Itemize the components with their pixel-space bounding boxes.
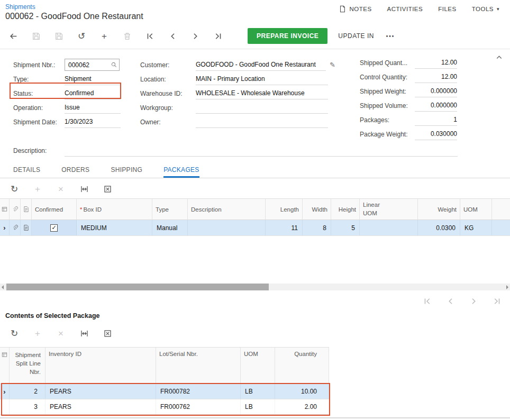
next-page-button[interactable] [469, 296, 478, 306]
save-button[interactable] [54, 31, 63, 41]
previous-page-button[interactable] [445, 296, 455, 306]
type-cell[interactable]: Manual [152, 220, 188, 235]
undo-button[interactable]: ↺ [77, 31, 86, 41]
tab-shipping[interactable]: SHIPPING [111, 162, 142, 178]
delete-row-button[interactable]: × [56, 184, 66, 194]
add-row-button[interactable]: + [33, 328, 42, 338]
scrollbar-thumb[interactable] [6, 284, 269, 290]
location-field[interactable]: MAIN - Primary Location [196, 74, 328, 85]
refresh-button[interactable]: ↻ [10, 328, 19, 338]
row-selector[interactable] [0, 399, 10, 414]
grid-settings-header[interactable] [0, 348, 10, 384]
content-row[interactable]: 3 PEARS FR000762 LB 2.00 [0, 399, 329, 415]
row-selector[interactable]: › [0, 384, 10, 399]
uom-cell[interactable]: LB [241, 399, 275, 414]
grid-settings-header[interactable] [0, 199, 10, 220]
type-field[interactable]: Shipment [65, 74, 121, 85]
breadcrumb-shipments[interactable]: Shipments [5, 3, 35, 11]
fit-width-button[interactable] [79, 184, 89, 194]
scroll-left-arrow[interactable] [2, 285, 4, 289]
uom-column-header[interactable]: UOM [460, 199, 492, 220]
last-page-button[interactable] [492, 296, 502, 306]
scroll-right-arrow[interactable] [506, 285, 508, 289]
export-excel-button[interactable] [103, 184, 112, 194]
tools-menu-item[interactable]: TOOLS ▾ [472, 6, 499, 12]
first-page-button[interactable] [422, 296, 432, 306]
inventory-id-column-header[interactable]: Inventory ID [45, 348, 156, 384]
row-selector[interactable]: › [0, 220, 10, 235]
row-note-cell[interactable] [21, 220, 32, 235]
confirmed-column-header[interactable]: Confirmed [32, 199, 77, 220]
magnifier-icon[interactable] [111, 61, 117, 68]
content-row[interactable]: › 2 PEARS FR000782 LB 10.00 [0, 384, 329, 399]
line-nbr-column-header[interactable]: Shipment Split Line Nbr. [10, 348, 45, 384]
last-record-button[interactable] [213, 31, 223, 41]
operation-field[interactable]: Issue [65, 102, 121, 114]
add-record-button[interactable]: + [99, 31, 109, 41]
description-cell[interactable] [188, 220, 266, 235]
control-quantity-field[interactable]: 12.00 [415, 71, 457, 83]
notes-column-header[interactable] [21, 199, 32, 220]
linear-uom-cell[interactable] [360, 220, 418, 235]
workgroup-field[interactable] [196, 102, 328, 114]
delete-record-button[interactable] [122, 31, 132, 41]
width-column-header[interactable]: Width [303, 199, 331, 220]
delete-row-button[interactable]: × [56, 328, 66, 338]
inventory-id-cell[interactable]: PEARS [45, 384, 156, 399]
fit-width-button[interactable] [79, 328, 89, 338]
edit-pencil-icon[interactable]: ✎ [330, 61, 335, 69]
linear-uom-column-header[interactable]: Linear UOM [360, 199, 418, 220]
height-column-header[interactable]: Height [331, 199, 360, 220]
height-cell[interactable]: 5 [331, 220, 360, 235]
tab-packages[interactable]: PACKAGES [163, 162, 199, 178]
box-id-column-header[interactable]: *Box ID [77, 199, 152, 220]
horizontal-scrollbar[interactable] [0, 284, 510, 290]
description-field[interactable] [65, 145, 458, 157]
export-excel-button[interactable] [103, 328, 112, 338]
length-cell[interactable]: 11 [266, 220, 303, 235]
quantity-column-header[interactable]: Quantity [275, 348, 329, 384]
next-record-button[interactable] [190, 31, 200, 41]
confirmed-checkbox[interactable]: ✓ [50, 224, 58, 232]
lot-serial-column-header[interactable]: Lot/Serial Nbr. [156, 348, 241, 384]
uom-column-header[interactable]: UOM [241, 348, 275, 384]
add-row-button[interactable]: + [33, 184, 42, 194]
lot-serial-cell[interactable]: FR000762 [156, 399, 241, 414]
tab-details[interactable]: DETAILS [13, 162, 40, 178]
status-field[interactable]: Confirmed [65, 88, 121, 99]
prepare-invoice-button[interactable]: PREPARE INVOICE [248, 28, 327, 44]
line-nbr-cell[interactable]: 2 [10, 384, 45, 399]
shipped-weight-field[interactable]: 0.000000 [415, 86, 457, 97]
shipment-nbr-input[interactable]: 000062 [65, 59, 120, 71]
warehouse-field[interactable]: WHOLESALE - Wholesale Warehouse [196, 88, 328, 99]
weight-column-header[interactable]: Weight [418, 199, 460, 220]
inventory-id-cell[interactable]: PEARS [45, 399, 156, 414]
collapse-panel-button[interactable] [495, 53, 505, 63]
line-nbr-cell[interactable]: 3 [10, 399, 45, 414]
length-column-header[interactable]: Length [266, 199, 303, 220]
save-close-button[interactable] [31, 31, 41, 41]
width-cell[interactable]: 8 [303, 220, 331, 235]
quantity-cell[interactable]: 10.00 [275, 384, 329, 399]
description-column-header[interactable]: Description [188, 199, 266, 220]
more-options-button[interactable]: ••• [386, 31, 395, 41]
attachments-column-header[interactable] [10, 199, 21, 220]
package-weight-field[interactable]: 0.030000 [415, 129, 457, 140]
cancel-button[interactable] [8, 31, 18, 41]
uom-cell[interactable]: LB [241, 384, 275, 399]
files-menu-item[interactable]: FILES [438, 6, 456, 12]
quantity-cell[interactable]: 2.00 [275, 399, 329, 414]
first-record-button[interactable] [145, 31, 154, 41]
shipped-volume-field[interactable]: 0.000000 [415, 100, 457, 112]
owner-field[interactable] [196, 116, 328, 128]
update-in-button[interactable]: UPDATE IN [338, 32, 374, 40]
previous-record-button[interactable] [168, 31, 177, 41]
row-attachment-cell[interactable] [10, 220, 21, 235]
customer-field[interactable]: GOODFOOD - GoodFood One Restaurant [196, 59, 326, 71]
package-row[interactable]: › ✓ MEDIUM Manual 11 8 5 0.0300 KG [0, 220, 510, 236]
weight-cell[interactable]: 0.0300 [418, 220, 460, 235]
packages-field[interactable]: 1 [415, 114, 457, 126]
confirmed-cell[interactable]: ✓ [32, 220, 77, 235]
tab-orders[interactable]: ORDERS [61, 162, 89, 178]
activities-menu-item[interactable]: ACTIVITIES [387, 6, 423, 12]
